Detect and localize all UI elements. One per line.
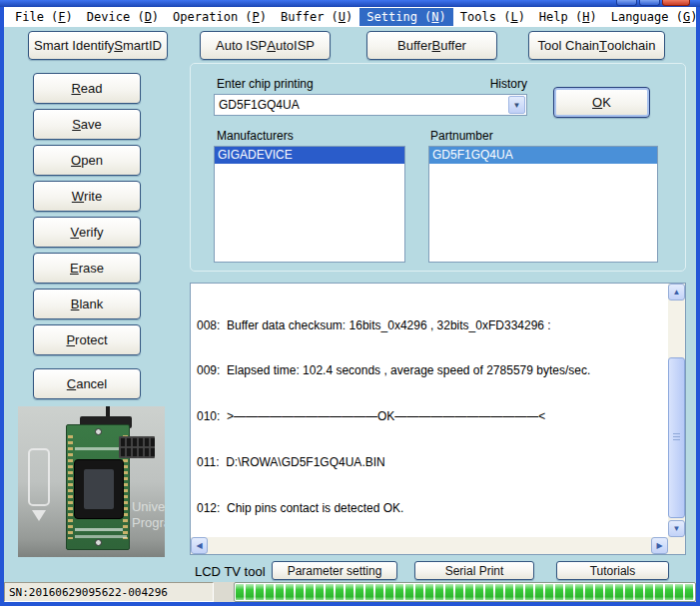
- save-button[interactable]: Save: [33, 109, 141, 140]
- log-line: 010: >————————————OK————————————<: [197, 409, 668, 424]
- scroll-track[interactable]: [668, 301, 685, 520]
- isp-pin-header: [119, 436, 155, 458]
- device-photo: Unive Progra: [18, 406, 165, 557]
- chip: [84, 469, 114, 509]
- log-line: 009: Elapsed time: 102.4 seconds , avera…: [197, 363, 668, 378]
- blank-button[interactable]: Blank: [33, 289, 141, 319]
- log-line: 008: Buffer data checksum: 16bits_0x4296…: [197, 318, 668, 333]
- verify-button[interactable]: Verify: [33, 217, 141, 248]
- arrow-down-icon: [32, 510, 46, 521]
- smart-identify-button[interactable]: Smart Identify SmartID: [28, 31, 168, 60]
- serial-number-panel: SN:20160629095622-004296: [4, 582, 214, 602]
- chip-socket: [74, 459, 124, 519]
- scroll-right-button[interactable]: ▶: [651, 537, 668, 554]
- partnumber-label: Partnumber: [430, 129, 493, 143]
- client-area: Smart Identify SmartID Auto ISP AutoISP …: [4, 27, 696, 582]
- menu-item-device[interactable]: Device (D): [80, 8, 166, 26]
- menu-bar: File (F) Device (D) Operation (P) Buffer…: [4, 7, 696, 27]
- scrollbar-corner: [668, 537, 685, 554]
- log-lines: 008: Buffer data checksum: 16bits_0x4296…: [191, 284, 668, 537]
- horizontal-scrollbar[interactable]: ◀ ▶: [191, 537, 668, 554]
- buffer-button[interactable]: Buffer Buffer: [366, 31, 497, 60]
- auto-isp-button[interactable]: Auto ISP AutoISP: [200, 31, 331, 60]
- tutorials-button[interactable]: Tutorials: [556, 561, 669, 580]
- log-output: 008: Buffer data checksum: 16bits_0x4296…: [190, 283, 686, 555]
- chip-input[interactable]: [215, 95, 508, 115]
- menu-item-help[interactable]: Help (H): [532, 8, 604, 26]
- status-bar: SN:20160629095622-004296: [4, 582, 696, 602]
- minimize-button[interactable]: [616, 0, 637, 6]
- list-item[interactable]: GD5F1GQ4UA: [429, 147, 657, 164]
- write-button[interactable]: Write: [33, 181, 141, 212]
- scroll-left-button[interactable]: ◀: [191, 537, 208, 554]
- parameter-setting-button[interactable]: Parameter setting: [272, 561, 397, 580]
- menu-item-operation[interactable]: Operation (P): [166, 8, 274, 26]
- close-button[interactable]: [662, 0, 690, 6]
- scroll-thumb[interactable]: [668, 357, 685, 518]
- enter-chip-label: Enter chip printing: [217, 77, 314, 91]
- vertical-scrollbar[interactable]: ▲ ▼: [668, 284, 685, 537]
- serial-print-button[interactable]: Serial Print: [414, 561, 534, 580]
- protect-button[interactable]: Protect: [33, 324, 141, 355]
- chip-select-panel: Enter chip printing History ▼ OK Manufac…: [190, 63, 686, 272]
- title-bar: [0, 0, 700, 7]
- app-window: File (F) Device (D) Operation (P) Buffer…: [0, 0, 700, 606]
- programmer-label-text: Unive Progra: [132, 499, 165, 531]
- history-label: History: [486, 77, 527, 91]
- list-item[interactable]: GIGADEVICE: [215, 147, 404, 164]
- tool-chain-button[interactable]: Tool Chain Toolchain: [528, 31, 665, 60]
- manufacturers-label: Manufacturers: [217, 129, 294, 143]
- menu-item-tools[interactable]: Tools (L): [453, 8, 532, 26]
- chip-combo-box[interactable]: ▼: [214, 94, 527, 116]
- scroll-down-button[interactable]: ▼: [668, 520, 685, 537]
- log-line: 012: Chip pins contact is detected OK.: [197, 501, 668, 516]
- partnumber-list[interactable]: GD5F1GQ4UA: [428, 146, 658, 263]
- cancel-button[interactable]: Cancel: [33, 368, 141, 399]
- menu-item-setting[interactable]: Setting (N): [359, 8, 453, 26]
- progress-fill: [236, 584, 694, 600]
- progress-bar: [234, 582, 696, 602]
- menu-item-language[interactable]: Language (G): [604, 8, 700, 26]
- manufacturers-list[interactable]: GIGADEVICE: [214, 146, 405, 263]
- menu-item-file[interactable]: File (F): [8, 8, 80, 26]
- maximize-button[interactable]: [639, 0, 660, 6]
- erase-button[interactable]: Erase: [33, 253, 141, 284]
- lcd-tv-tool-label: LCD TV tool: [195, 564, 266, 579]
- menu-item-buffer[interactable]: Buffer (U): [274, 8, 359, 26]
- open-button[interactable]: Open: [33, 145, 141, 176]
- chevron-down-icon[interactable]: ▼: [508, 96, 525, 114]
- log-line: 011: D:\ROWA\GD5F1GQ4UA.BIN: [197, 455, 668, 470]
- read-button[interactable]: Read: [33, 73, 141, 104]
- scroll-up-button[interactable]: ▲: [668, 284, 685, 301]
- programmer-lever: [28, 448, 50, 506]
- ok-button[interactable]: OK: [553, 87, 650, 118]
